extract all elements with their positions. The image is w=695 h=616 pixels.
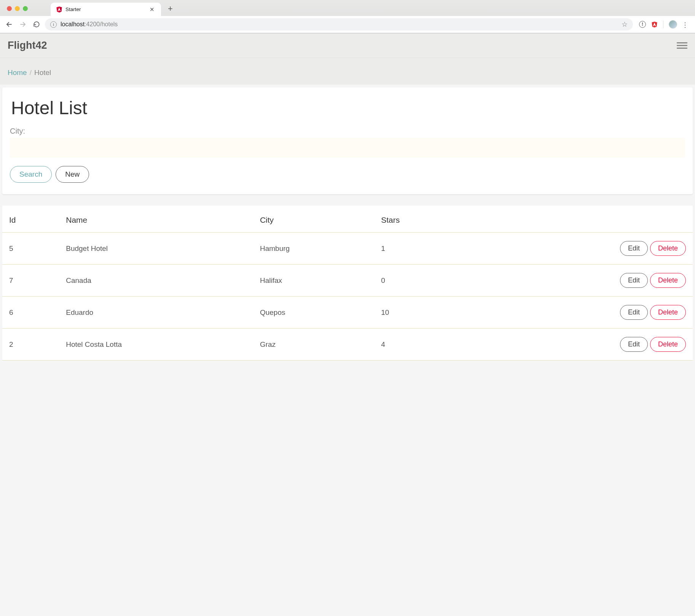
cell-stars: 10 (374, 297, 464, 329)
browser-chrome: Starter ✕ + i localhost:4200/hotels ☆ ! (0, 0, 695, 34)
delete-button[interactable]: Delete (650, 305, 686, 320)
bookmark-star-icon[interactable]: ☆ (622, 20, 628, 29)
cell-name: Eduardo (59, 297, 253, 329)
back-button[interactable] (4, 19, 14, 30)
delete-button[interactable]: Delete (650, 337, 686, 352)
cell-city: Quepos (253, 297, 374, 329)
extension-info-icon[interactable]: ! (639, 21, 646, 28)
cell-name: Budget Hotel (59, 233, 253, 265)
city-input[interactable] (10, 138, 685, 158)
col-header-name: Name (59, 206, 253, 233)
hotel-table: Id Name City Stars 5Budget HotelHamburg1… (2, 206, 693, 361)
cell-actions: EditDelete (464, 297, 693, 329)
cell-city: Halifax (253, 265, 374, 297)
hamburger-menu-button[interactable] (677, 42, 687, 49)
toolbar-right-icons: ! ⋯ (639, 20, 688, 29)
angular-icon (56, 6, 62, 13)
tab-title: Starter (65, 6, 148, 12)
cell-city: Hamburg (253, 233, 374, 265)
profile-avatar[interactable] (669, 20, 677, 29)
edit-button[interactable]: Edit (620, 337, 648, 352)
url-text: localhost:4200/hotels (61, 21, 118, 28)
window-controls (7, 6, 28, 11)
table-row: 5Budget HotelHamburg1EditDelete (2, 233, 693, 265)
cell-stars: 4 (374, 329, 464, 361)
cell-id: 7 (2, 265, 59, 297)
cell-name: Hotel Costa Lotta (59, 329, 253, 361)
breadcrumb-separator: / (30, 69, 32, 77)
edit-button[interactable]: Edit (620, 241, 648, 256)
cell-id: 2 (2, 329, 59, 361)
cell-stars: 1 (374, 233, 464, 265)
hotel-table-panel: Id Name City Stars 5Budget HotelHamburg1… (2, 206, 693, 361)
toolbar-divider (663, 21, 663, 28)
window-maximize-button[interactable] (23, 6, 28, 11)
cell-id: 5 (2, 233, 59, 265)
delete-button[interactable]: Delete (650, 273, 686, 288)
tab-close-button[interactable]: ✕ (148, 6, 156, 13)
window-minimize-button[interactable] (15, 6, 20, 11)
search-button[interactable]: Search (10, 166, 52, 183)
browser-tab[interactable]: Starter ✕ (51, 3, 161, 16)
delete-button[interactable]: Delete (650, 241, 686, 256)
window-close-button[interactable] (7, 6, 12, 11)
new-button[interactable]: New (56, 166, 89, 183)
col-header-actions (464, 206, 693, 233)
table-row: 6EduardoQuepos10EditDelete (2, 297, 693, 329)
col-header-id: Id (2, 206, 59, 233)
col-header-stars: Stars (374, 206, 464, 233)
cell-city: Graz (253, 329, 374, 361)
cell-name: Canada (59, 265, 253, 297)
table-row: 2Hotel Costa LottaGraz4EditDelete (2, 329, 693, 361)
edit-button[interactable]: Edit (620, 273, 648, 288)
city-label: City: (10, 127, 685, 136)
edit-button[interactable]: Edit (620, 305, 648, 320)
cell-actions: EditDelete (464, 233, 693, 265)
site-info-icon[interactable]: i (50, 21, 57, 28)
breadcrumb-home-link[interactable]: Home (8, 69, 27, 77)
col-header-city: City (253, 206, 374, 233)
brand-title[interactable]: Flight42 (8, 40, 47, 51)
cell-actions: EditDelete (464, 265, 693, 297)
url-field[interactable]: i localhost:4200/hotels ☆ (45, 18, 633, 30)
browser-menu-button[interactable]: ⋯ (681, 22, 690, 27)
reload-button[interactable] (31, 19, 42, 30)
table-row: 7CanadaHalifax0EditDelete (2, 265, 693, 297)
angular-devtools-icon[interactable] (651, 21, 658, 28)
breadcrumb-current: Hotel (34, 69, 51, 77)
search-panel: Hotel List City: Search New (2, 88, 693, 194)
address-bar: i localhost:4200/hotels ☆ ! ⋯ (0, 16, 695, 33)
new-tab-button[interactable]: + (168, 4, 173, 14)
forward-button[interactable] (18, 19, 28, 30)
table-header-row: Id Name City Stars (2, 206, 693, 233)
cell-id: 6 (2, 297, 59, 329)
tab-bar: Starter ✕ + (0, 0, 695, 16)
cell-actions: EditDelete (464, 329, 693, 361)
button-row: Search New (10, 166, 685, 183)
cell-stars: 0 (374, 265, 464, 297)
app-navbar: Flight42 (0, 34, 695, 58)
breadcrumb: Home/Hotel (0, 58, 695, 85)
page-title: Hotel List (11, 97, 685, 118)
